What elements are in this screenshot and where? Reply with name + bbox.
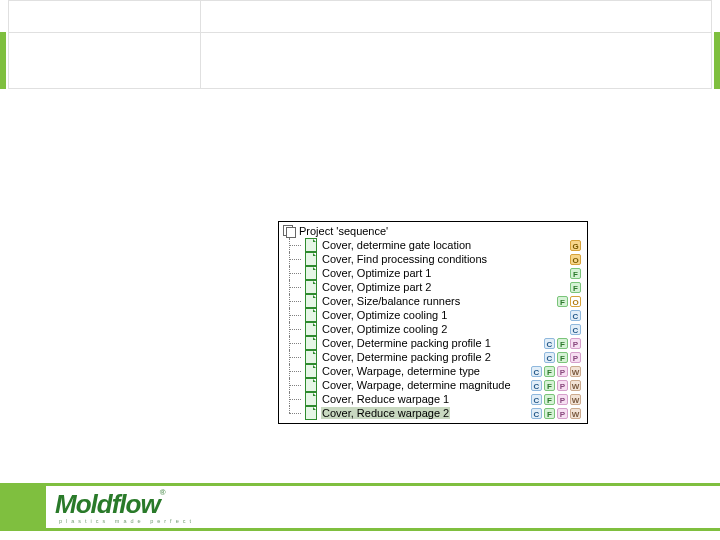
tree-item-label: Cover, Determine packing profile 1 bbox=[321, 337, 492, 349]
analysis-badges: F bbox=[570, 268, 583, 279]
tree-item-label: Cover, Determine packing profile 2 bbox=[321, 351, 492, 363]
brand-name: Moldflow bbox=[55, 489, 160, 519]
study-icon bbox=[305, 392, 317, 406]
tree-guide bbox=[283, 350, 305, 364]
study-icon bbox=[305, 252, 317, 266]
table-line bbox=[8, 88, 712, 89]
badge-w: W bbox=[570, 366, 581, 377]
project-tree-panel: Project 'sequence' Cover, determine gate… bbox=[278, 221, 588, 424]
tree-guide bbox=[283, 308, 305, 322]
tree-guide bbox=[283, 322, 305, 336]
tree-item[interactable]: Cover, Determine packing profile 2CFP bbox=[283, 350, 583, 364]
tree-item[interactable]: Cover, determine gate locationG bbox=[283, 238, 583, 252]
analysis-badges: CFPW bbox=[531, 366, 583, 377]
tree-guide bbox=[283, 266, 305, 280]
table-line bbox=[711, 0, 712, 88]
study-icon bbox=[305, 336, 317, 350]
tree-item-label: Cover, Optimize cooling 1 bbox=[321, 309, 448, 321]
tree-item[interactable]: Cover, Determine packing profile 1CFP bbox=[283, 336, 583, 350]
table-line bbox=[8, 0, 9, 88]
tree-guide bbox=[283, 252, 305, 266]
tree-item-label: Cover, Warpage, determine magnitude bbox=[321, 379, 512, 391]
tree-item[interactable]: Cover, Reduce warpage 1CFPW bbox=[283, 392, 583, 406]
table-line bbox=[200, 0, 201, 88]
tree-item-label: Cover, Reduce warpage 1 bbox=[321, 393, 450, 405]
badge-f: F bbox=[570, 282, 581, 293]
study-icon bbox=[305, 406, 317, 420]
analysis-badges: CFPW bbox=[531, 380, 583, 391]
table-line bbox=[8, 32, 712, 33]
tree-item[interactable]: Cover, Warpage, determine magnitudeCFPW bbox=[283, 378, 583, 392]
tree-item[interactable]: Cover, Find processing conditionsO bbox=[283, 252, 583, 266]
tree-item[interactable]: Cover, Reduce warpage 2CFPW bbox=[283, 406, 583, 420]
study-icon bbox=[305, 364, 317, 378]
badge-c: C bbox=[531, 366, 542, 377]
study-icon bbox=[305, 308, 317, 322]
badge-g: G bbox=[570, 240, 581, 251]
analysis-badges: O bbox=[570, 254, 583, 265]
badge-f: F bbox=[557, 352, 568, 363]
tree-item-label: Cover, Warpage, determine type bbox=[321, 365, 481, 377]
badge-p: P bbox=[570, 352, 581, 363]
tree-item[interactable]: Cover, Optimize part 2F bbox=[283, 280, 583, 294]
tree-guide bbox=[283, 280, 305, 294]
badge-c: C bbox=[544, 338, 555, 349]
tree-guide bbox=[283, 392, 305, 406]
table-line bbox=[8, 0, 712, 1]
accent-bar-right bbox=[714, 32, 720, 89]
study-icon bbox=[305, 378, 317, 392]
analysis-badges: F bbox=[570, 282, 583, 293]
project-root[interactable]: Project 'sequence' bbox=[283, 224, 583, 238]
accent-bar-bottom-left bbox=[0, 483, 46, 531]
badge-w: W bbox=[570, 394, 581, 405]
badge-c: C bbox=[531, 380, 542, 391]
analysis-badges: FO bbox=[557, 296, 583, 307]
tree-guide bbox=[283, 336, 305, 350]
tree-item[interactable]: Cover, Optimize cooling 2C bbox=[283, 322, 583, 336]
study-icon bbox=[305, 322, 317, 336]
study-icon bbox=[305, 294, 317, 308]
badge-f: F bbox=[544, 366, 555, 377]
study-icon bbox=[305, 266, 317, 280]
tree-item-label: Cover, Find processing conditions bbox=[321, 253, 488, 265]
badge-f: F bbox=[557, 338, 568, 349]
tree-guide bbox=[283, 364, 305, 378]
badge-f: F bbox=[544, 394, 555, 405]
tree-item[interactable]: Cover, Optimize cooling 1C bbox=[283, 308, 583, 322]
analysis-badges: CFP bbox=[544, 352, 583, 363]
tree-guide bbox=[283, 294, 305, 308]
badge-c: C bbox=[531, 408, 542, 419]
analysis-badges: G bbox=[570, 240, 583, 251]
tree-guide bbox=[283, 378, 305, 392]
badge-p: P bbox=[557, 380, 568, 391]
brand-wordmark: Moldflow® bbox=[55, 491, 220, 517]
study-icon bbox=[305, 238, 317, 252]
tree-guide bbox=[283, 238, 305, 252]
analysis-badges: C bbox=[570, 310, 583, 321]
analysis-badges: CFP bbox=[544, 338, 583, 349]
badge-p: P bbox=[557, 394, 568, 405]
tree-item[interactable]: Cover, Warpage, determine typeCFPW bbox=[283, 364, 583, 378]
project-icon bbox=[283, 225, 295, 237]
badge-f: F bbox=[557, 296, 568, 307]
badge-c: C bbox=[570, 310, 581, 321]
badge-c: C bbox=[531, 394, 542, 405]
badge-o-outline: O bbox=[570, 296, 581, 307]
tree-item-label: Cover, Reduce warpage 2 bbox=[321, 407, 450, 419]
project-title: Project 'sequence' bbox=[298, 225, 389, 237]
badge-f: F bbox=[544, 380, 555, 391]
tree-item-label: Cover, Optimize cooling 2 bbox=[321, 323, 448, 335]
badge-f: F bbox=[570, 268, 581, 279]
tree-item-label: Cover, Size/balance runners bbox=[321, 295, 461, 307]
tree-guide bbox=[283, 406, 305, 420]
tree-item[interactable]: Cover, Size/balance runnersFO bbox=[283, 294, 583, 308]
tree-item-label: Cover, determine gate location bbox=[321, 239, 472, 251]
badge-p: P bbox=[570, 338, 581, 349]
analysis-badges: CFPW bbox=[531, 408, 583, 419]
tree-item[interactable]: Cover, Optimize part 1F bbox=[283, 266, 583, 280]
registered-mark: ® bbox=[160, 488, 165, 497]
study-icon bbox=[305, 350, 317, 364]
accent-bar-bottom-top bbox=[46, 483, 720, 486]
badge-c: C bbox=[570, 324, 581, 335]
tree-item-label: Cover, Optimize part 2 bbox=[321, 281, 432, 293]
